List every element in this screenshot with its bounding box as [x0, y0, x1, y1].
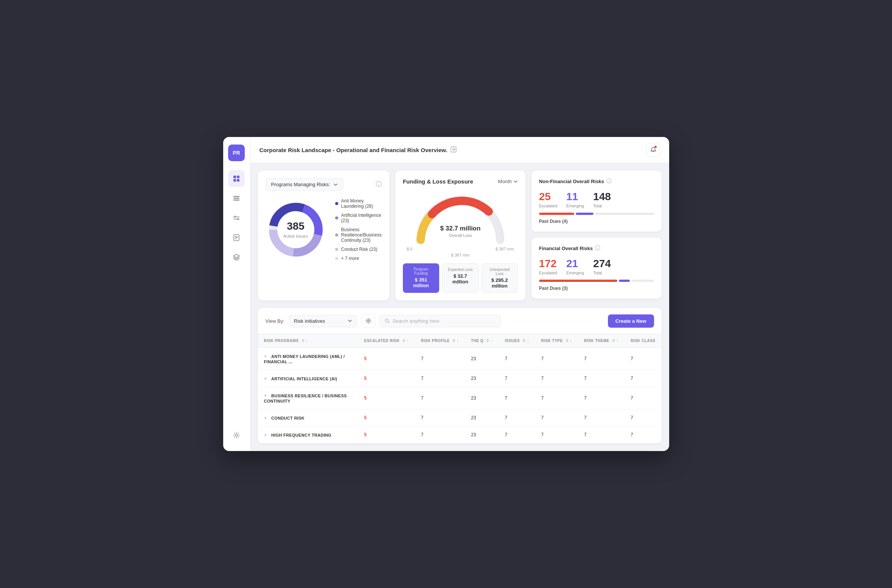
search-col-icon[interactable]: ⚲ [452, 339, 455, 343]
non-financial-info-icon[interactable]: i [606, 178, 612, 185]
program-funding-box: Program Funding $ 351 million [403, 263, 439, 293]
legend-dot-more [335, 257, 338, 260]
notification-dot [654, 146, 657, 148]
svg-point-7 [234, 216, 236, 218]
financial-progress-bars [539, 280, 654, 282]
sort-col-icon[interactable]: ↕ [407, 339, 409, 343]
search-col-icon[interactable]: ⚲ [486, 339, 489, 343]
list-item: Business Resilience/Business Continuity … [335, 227, 382, 243]
td-risk-theme: 7 [578, 409, 625, 426]
svg-text:i: i [609, 180, 609, 183]
sort-col-icon[interactable]: ↕ [491, 339, 493, 343]
svg-text:$ 32.7 million: $ 32.7 million [440, 225, 480, 232]
td-the-q: 23 [465, 409, 499, 426]
legend-list: Anti Money Laundering (28) Artificial In… [335, 198, 382, 261]
top-bar: Corporate Risk Landscape - Operational a… [250, 137, 669, 163]
col-escalated-risk: ESCALATED RISK ⚲ ↕ [358, 334, 415, 348]
view-dropdown[interactable]: Risk initiatives [289, 315, 357, 327]
svg-text:i: i [378, 182, 379, 186]
gauge-labels: $ 0 $ 387 mm [403, 247, 518, 251]
td-issues: 7 [499, 426, 535, 443]
funding-card: Funding & Loss Exposure Month [395, 171, 525, 300]
non-financial-past-dues: Past Dues (4) [539, 219, 654, 224]
risk-summary-column: Non-Financial Overall Risks i 25 Escalat… [531, 171, 662, 300]
td-issues: 7 [499, 370, 535, 387]
td-escalated: 5 [358, 409, 415, 426]
td-escalated: 5 [358, 426, 415, 443]
financial-info-icon[interactable]: i [595, 245, 600, 252]
list-item: Anti Money Laundering (28) [335, 198, 382, 209]
td-escalated: 5 [358, 370, 415, 387]
search-input[interactable] [393, 318, 496, 324]
programs-dropdown[interactable]: Programs Managing Risks: [266, 178, 343, 191]
td-risk-class: 7 [625, 426, 662, 443]
non-financial-numbers: 25 Escalated 11 Emerging 148 Total [539, 191, 654, 208]
export-icon[interactable] [451, 146, 457, 154]
td-risk-profile: 7 [415, 348, 465, 370]
search-box[interactable] [380, 315, 501, 327]
svg-rect-0 [233, 176, 236, 178]
td-risk-class: 7 [625, 409, 662, 426]
period-dropdown[interactable]: Month [498, 179, 518, 184]
sort-col-icon[interactable]: ↕ [527, 339, 529, 343]
programs-info-icon[interactable]: i [376, 181, 382, 188]
sidebar-item-list[interactable] [228, 190, 245, 207]
sidebar-item-filter[interactable] [228, 210, 245, 226]
search-col-icon[interactable]: ⚲ [301, 339, 305, 343]
data-table: RISK PROGRAMS ⚲ ↕ ESCALATED RISK ⚲ [258, 334, 662, 443]
programs-card-header: Programs Managing Risks: i [266, 178, 382, 191]
non-financial-card: Non-Financial Overall Risks i 25 Escalat… [531, 171, 662, 232]
sort-col-icon[interactable]: ↕ [616, 339, 618, 343]
col-risk-class: RISK CLASS [625, 334, 662, 348]
gauge-footer-label: $ 387 mm [403, 253, 518, 257]
search-col-icon[interactable]: ⚲ [566, 339, 569, 343]
escalated-bar-fill [539, 213, 574, 215]
table-settings-button[interactable] [362, 314, 375, 328]
table-body: + ANTI MONEY LAUNDERING (AML) / FINANCIA… [258, 348, 662, 443]
main-content: Corporate Risk Landscape - Operational a… [250, 137, 669, 451]
legend-dot-aml [335, 202, 338, 205]
fin-escalated-bar-track [539, 280, 617, 282]
td-program-name: + ANTI MONEY LAUNDERING (AML) / FINANCIA… [258, 348, 358, 370]
td-the-q: 23 [465, 348, 499, 370]
row-expand-icon[interactable]: + [264, 432, 267, 438]
funding-boxes: Program Funding $ 351 million Expected L… [403, 263, 518, 293]
td-risk-theme: 7 [578, 387, 625, 409]
td-program-name: + CONDUCT RISK [258, 409, 358, 426]
search-col-icon[interactable]: ⚲ [612, 339, 615, 343]
notification-button[interactable] [646, 143, 660, 157]
sidebar-item-stack[interactable] [228, 249, 245, 266]
sidebar-item-dashboard[interactable] [228, 170, 245, 187]
sort-col-icon[interactable]: ↕ [457, 339, 459, 343]
emerging-bar-fill [576, 213, 594, 215]
td-risk-profile: 7 [415, 370, 465, 387]
create-new-button[interactable]: Create a New [608, 314, 654, 328]
emerging-stat: 11 Emerging [566, 191, 584, 208]
td-risk-type: 7 [535, 426, 578, 443]
td-risk-type: 7 [535, 370, 578, 387]
fin-emerging-bar-track [619, 280, 630, 282]
row-expand-icon[interactable]: + [264, 375, 267, 381]
td-the-q: 23 [465, 370, 499, 387]
sort-col-icon[interactable]: ↕ [570, 339, 572, 343]
programs-content: 385 Active Issues Anti Money Laundering … [266, 198, 382, 261]
row-expand-icon[interactable]: + [264, 353, 267, 359]
sidebar-item-documents[interactable] [228, 229, 245, 246]
fin-escalated-bar-fill [539, 280, 617, 282]
search-col-icon[interactable]: ⚲ [402, 339, 406, 343]
td-escalated: 5 [358, 387, 415, 409]
td-risk-class: 7 [625, 387, 662, 409]
sort-col-icon[interactable]: ↕ [306, 339, 308, 343]
svg-text:Overall Loss: Overall Loss [449, 233, 472, 238]
search-col-icon[interactable]: ⚲ [522, 339, 525, 343]
table-section: View By: Risk initiatives [258, 308, 662, 443]
sidebar-item-settings[interactable] [228, 427, 245, 443]
td-issues: 7 [499, 409, 535, 426]
td-program-name: + HIGH FREQUENCY TRADING [258, 426, 358, 443]
col-risk-profile: RISK PROFILE ⚲ ↕ [415, 334, 465, 348]
row-expand-icon[interactable]: + [264, 392, 267, 398]
row-expand-icon[interactable]: + [264, 415, 267, 421]
td-program-name: + ARTIFICIAL INTELLIGENCE (AI) [258, 370, 358, 387]
svg-point-32 [367, 320, 369, 322]
svg-text:i: i [597, 247, 598, 250]
